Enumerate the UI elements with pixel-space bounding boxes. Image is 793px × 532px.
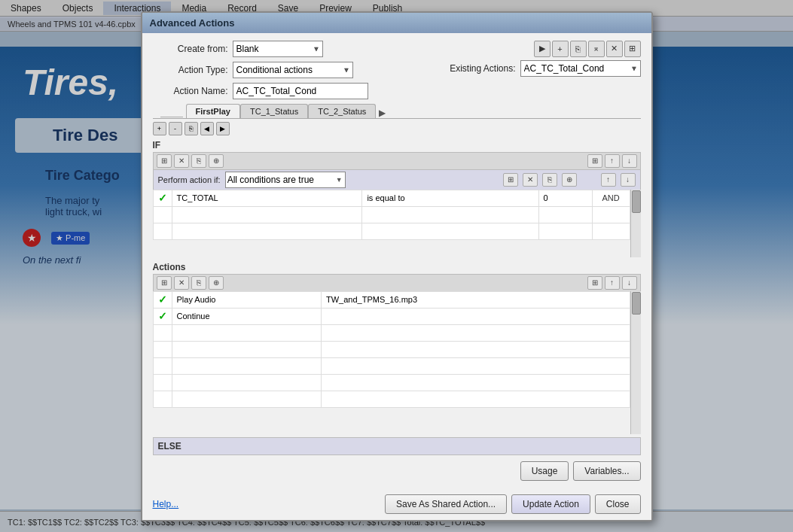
action-add-btn[interactable]: ⊞ [157, 276, 172, 290]
update-action-button[interactable]: Update Action [511, 494, 590, 514]
else-section: ELSE [153, 437, 641, 455]
action-copy-btn[interactable]: ⎘ [191, 276, 206, 290]
actions-scrollbar-thumb [632, 292, 641, 315]
cond-delete-btn[interactable]: ✕ [174, 154, 189, 168]
close-button[interactable]: Close [595, 494, 641, 514]
variables-button[interactable]: Variables... [573, 461, 640, 481]
cond-split-btn[interactable]: ⊕ [209, 154, 224, 168]
action-row-1[interactable]: ✓ Play Audio TW_and_TPMS_16.mp3 [153, 291, 630, 308]
add-btn-top[interactable]: + [552, 41, 569, 57]
perform-delete-btn[interactable]: ✕ [523, 173, 538, 187]
action-checkmark-1: ✓ [158, 293, 167, 306]
action-name-1[interactable]: Play Audio [172, 291, 321, 308]
action-name-2[interactable]: Continue [172, 308, 321, 324]
tab-copy-btn[interactable]: ⎘ [185, 122, 198, 135]
condition-check-1: ✓ [153, 190, 172, 206]
action-row-5 [153, 357, 630, 374]
condition-logic-1: AND [592, 190, 630, 206]
tab-right-arrow[interactable]: ▶ [379, 108, 386, 118]
tab-delete-btn[interactable]: - [169, 122, 182, 135]
condition-operator-1[interactable]: is equal to [362, 190, 538, 206]
conditions-table: ✓ TC_TOTAL is equal to 0 AND [153, 190, 630, 240]
perform-select-wrapper: All conditions are true [225, 172, 346, 188]
cond-move-up-btn[interactable]: ↑ [605, 154, 620, 168]
conditions-scrollbar[interactable] [630, 190, 641, 257]
footer-right-buttons: Save As Shared Action... Update Action C… [385, 494, 641, 514]
action-name-row: Action Name: [153, 83, 368, 99]
copy-btn-top[interactable]: ⎘ [570, 41, 587, 57]
conditions-table-wrapper: ✓ TC_TOTAL is equal to 0 AND [153, 190, 641, 257]
condition-value-1[interactable]: 0 [538, 190, 592, 206]
create-from-row: Create from: ▼ [153, 41, 368, 57]
expand-btn[interactable]: ⊞ [624, 41, 641, 57]
action-split-btn[interactable]: ⊕ [209, 276, 224, 290]
tab-tc1-status[interactable]: TC_1_Status [240, 104, 308, 118]
cond-add-btn[interactable]: ⊞ [157, 154, 172, 168]
cond-move-down-btn[interactable]: ↓ [622, 154, 637, 168]
create-from-input[interactable] [233, 41, 323, 57]
tab-controls: + - ⎘ ◀ ▶ [153, 122, 641, 135]
existing-actions-select-wrapper: ▼ [520, 60, 641, 77]
tab-prev-btn[interactable]: ◀ [200, 122, 214, 135]
paste-btn-top[interactable]: ⌅ [588, 41, 605, 57]
actions-label: Actions [153, 262, 641, 272]
perform-select[interactable]: All conditions are true [225, 172, 346, 188]
tab-next-btn[interactable]: ▶ [216, 122, 230, 135]
actions-toolbar: ⊞ ✕ ⎘ ⊕ ⊞ ↑ ↓ [153, 274, 641, 291]
action-row-6 [153, 374, 630, 391]
action-check-2: ✓ [153, 308, 172, 324]
perform-label: Perform action if: [158, 175, 221, 184]
actions-scrollbar[interactable] [630, 291, 641, 434]
condition-row-1[interactable]: ✓ TC_TOTAL is equal to 0 AND [153, 190, 630, 206]
action-detail-1[interactable]: TW_and_TPMS_16.mp3 [321, 291, 630, 308]
tab-add-btn[interactable]: + [153, 122, 166, 135]
tab-bar: FirstPlay TC_1_Status TC_2_Status ▶ [153, 104, 641, 119]
cond-group-btn[interactable]: ⊞ [587, 154, 602, 168]
cond-copy-btn[interactable]: ⎘ [191, 154, 206, 168]
perform-copy-btn[interactable]: ⎘ [542, 173, 557, 187]
action-group-btn[interactable]: ⊞ [587, 276, 602, 290]
action-delete-btn[interactable]: ✕ [174, 276, 189, 290]
condition-row-2 [153, 206, 630, 223]
conditions-scrollbar-thumb [632, 190, 641, 213]
help-link[interactable]: Help... [153, 499, 179, 509]
action-name-input[interactable] [233, 83, 368, 99]
action-type-input[interactable] [233, 62, 353, 78]
dialog-title-bar: Advanced Actions [142, 13, 651, 33]
existing-actions-input[interactable] [520, 60, 641, 77]
action-detail-2[interactable] [321, 308, 630, 324]
perform-action-row: Perform action if: All conditions are tr… [153, 169, 641, 190]
action-type-label: Action Type: [153, 65, 228, 75]
dialog-title: Advanced Actions [150, 17, 235, 29]
delete-btn-top[interactable]: ✕ [606, 41, 623, 57]
tab-tc2-status[interactable]: TC_2_Status [308, 104, 376, 118]
secondary-buttons-row: Usage Variables... [153, 461, 641, 481]
action-name-label: Action Name: [153, 86, 228, 96]
tab-connector-line [160, 117, 183, 117]
condition-row-3 [153, 223, 630, 239]
condition-variable-1[interactable]: TC_TOTAL [172, 190, 362, 206]
action-row-3 [153, 324, 630, 341]
form-left: Create from: ▼ Action Type: ▼ [153, 41, 368, 104]
dialog-body: Create from: ▼ Action Type: ▼ [142, 33, 651, 488]
top-right-toolbar: ▶ + ⎘ ⌅ ✕ ⊞ [534, 41, 641, 57]
action-type-select-wrapper: ▼ [233, 62, 353, 78]
perform-down-btn[interactable]: ↓ [621, 173, 636, 187]
action-row-2[interactable]: ✓ Continue [153, 308, 630, 324]
existing-actions-row: Existing Actions: ▼ [450, 60, 640, 77]
action-move-up-btn[interactable]: ↑ [605, 276, 620, 290]
save-as-shared-button[interactable]: Save As Shared Action... [385, 494, 507, 514]
if-label: IF [153, 140, 641, 150]
condition-checkmark-1: ✓ [158, 192, 167, 204]
perform-split-btn[interactable]: ⊕ [562, 173, 577, 187]
perform-add-btn[interactable]: ⊞ [503, 173, 518, 187]
perform-up-btn[interactable]: ↑ [601, 173, 616, 187]
tab-firstplay[interactable]: FirstPlay [186, 104, 240, 118]
play-btn[interactable]: ▶ [534, 41, 551, 57]
actions-table-wrapper: ✓ Play Audio TW_and_TPMS_16.mp3 ✓ Contin… [153, 291, 641, 434]
action-checkmark-2: ✓ [158, 310, 167, 322]
action-row-4 [153, 341, 630, 357]
actions-table: ✓ Play Audio TW_and_TPMS_16.mp3 ✓ Contin… [153, 291, 630, 408]
usage-button[interactable]: Usage [520, 461, 569, 481]
action-move-down-btn[interactable]: ↓ [622, 276, 637, 290]
